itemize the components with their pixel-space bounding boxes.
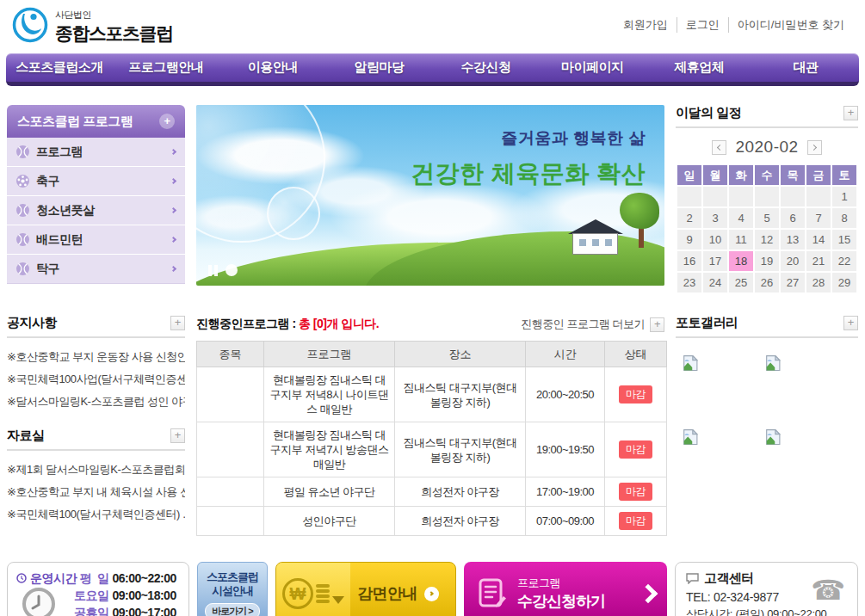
notice-link[interactable]: ※호산중학교 부지 운동장 사용 신청안내 <box>7 346 185 368</box>
calendar-plus-icon[interactable]: + <box>843 106 858 120</box>
programs-more-label: 진행중인 프로그램 더보기 <box>521 317 645 332</box>
facility-go-link[interactable]: 바로가기 > <box>205 603 259 616</box>
notice-link[interactable]: ※달서스마일링K-스포츠클럽 성인 야구… <box>7 391 185 413</box>
chevron-right-icon <box>170 207 176 213</box>
broken-image-icon[interactable] <box>683 429 698 445</box>
nav-program-guide[interactable]: 프로그램안내 <box>113 59 219 76</box>
won-coin-icon: ₩ <box>282 578 313 609</box>
programs-table: 종목 프로그램 장소 시간 상태 현대볼링장 짐내스틱 대구지부 저녁8시 나이… <box>196 341 667 536</box>
calendar-day[interactable]: 26 <box>755 273 779 293</box>
calendar-day[interactable]: 5 <box>755 208 779 228</box>
calendar-day[interactable]: 14 <box>806 230 831 249</box>
calendar-day[interactable]: 7 <box>806 208 831 228</box>
calendar-grid: 일 월 화 수 목 금 토 1 2 3 4 5 <box>676 163 858 294</box>
sidebar-item-label: 탁구 <box>36 262 59 277</box>
cell-time: 07:00~09:00 <box>526 507 605 536</box>
calendar-day[interactable]: 19 <box>755 251 779 271</box>
site-logo[interactable]: 사단법인 종합스포츠클럽 <box>12 7 173 46</box>
calendar-day[interactable]: 3 <box>703 208 727 228</box>
chevron-right-icon <box>170 266 176 272</box>
down-arrow-icon <box>332 596 344 604</box>
cell-status: 마감 <box>605 367 667 422</box>
sidebar-item-program[interactable]: 프로그램 <box>7 138 185 167</box>
calendar-day[interactable]: 1 <box>832 187 856 206</box>
hours-label: 운영시간 <box>30 571 77 585</box>
sidebar-item-table-tennis[interactable]: 탁구 <box>7 255 185 284</box>
facility-guide-button[interactable]: 스포츠클럽 시설안내 바로가기 > <box>197 562 268 616</box>
calendar-day[interactable]: 13 <box>781 230 805 249</box>
sidebar-item-label: 배드민턴 <box>36 232 83 248</box>
nav-club-intro[interactable]: 스포츠클럽소개 <box>6 59 113 76</box>
nav-usage-guide[interactable]: 이용안내 <box>219 59 326 76</box>
cell-program[interactable]: 평일 유소년 야구단 <box>264 477 395 507</box>
banner-slogan-2: 건강한 체육문화 확산 <box>411 157 646 190</box>
notice-link[interactable]: ※국민체력100사업(달서구체력인증센… <box>7 368 185 391</box>
archive-link[interactable]: ※국민체력100(달서구체력인증센터) … <box>7 503 185 526</box>
calendar-day[interactable]: 17 <box>703 251 727 271</box>
pause-icon[interactable] <box>208 265 218 276</box>
calendar-day[interactable]: 9 <box>677 230 701 249</box>
calendar-day[interactable]: 27 <box>781 273 805 293</box>
chevron-right-icon <box>639 584 658 604</box>
table-row: 현대볼링장 짐내스틱 대구지부 저녁7시 방송댄스 매일반 짐내스틱 대구지부(… <box>197 422 667 477</box>
find-id-password-link[interactable]: 아이디/비밀번호 찾기 <box>728 17 853 33</box>
sidebar-item-youth-futsal[interactable]: 청소년풋살 <box>7 196 185 225</box>
programs-more-link[interactable]: 진행중인 프로그램 더보기 + <box>521 317 664 332</box>
calendar-day <box>781 187 805 206</box>
nav-partners[interactable]: 제휴업체 <box>646 59 752 76</box>
cell-program[interactable]: 현대볼링장 짐내스틱 대구지부 저녁8시 나이트댄스 매일반 <box>264 367 395 422</box>
logo-icon <box>12 7 48 46</box>
sidebar-item-badminton[interactable]: 배드민턴 <box>7 225 185 255</box>
nav-my-page[interactable]: 마이페이지 <box>539 59 646 76</box>
archive-link[interactable]: ※호산중학교 부지 내 체육시설 사용 신… <box>7 481 185 503</box>
broken-image-icon[interactable] <box>683 355 698 371</box>
notice-widget: 공지사항 + ※호산중학교 부지 운동장 사용 신청안내 ※국민체력100사업(… <box>7 315 185 413</box>
sidebar-item-soccer[interactable]: 축구 <box>7 167 185 196</box>
sidebar-plus-icon[interactable]: + <box>159 114 175 129</box>
nav-notice-board[interactable]: 알림마당 <box>326 59 433 76</box>
calendar-day[interactable]: 4 <box>729 208 753 228</box>
programs-more-plus-icon[interactable]: + <box>650 317 664 332</box>
cell-time: 20:00~20:50 <box>526 367 605 422</box>
calendar-day[interactable]: 2 <box>677 208 701 228</box>
archive-link[interactable]: ※제1회 달서스마일링K-스포츠클럽회… <box>7 459 185 481</box>
calendar-day[interactable]: 22 <box>832 251 856 271</box>
day-header: 화 <box>729 165 753 185</box>
cell-status: 마감 <box>605 422 667 477</box>
broken-image-icon[interactable] <box>765 355 781 371</box>
gallery-plus-icon[interactable]: + <box>843 316 858 330</box>
cell-program[interactable]: 성인야구단 <box>264 507 395 536</box>
calendar-day[interactable]: 24 <box>703 273 727 293</box>
next-month-button[interactable] <box>807 140 822 155</box>
cell-program[interactable]: 현대볼링장 짐내스틱 대구지부 저녁7시 방송댄스 매일반 <box>264 422 395 477</box>
calendar-day[interactable]: 16 <box>677 251 701 271</box>
calendar-day[interactable]: 23 <box>677 273 701 293</box>
program-apply-button[interactable]: 프로그램 수강신청하기 <box>464 562 667 616</box>
broken-image-icon[interactable] <box>765 429 781 445</box>
calendar-day[interactable]: 25 <box>729 273 753 293</box>
archive-plus-icon[interactable]: + <box>170 428 185 443</box>
nav-enrollment[interactable]: 수강신청 <box>433 59 540 76</box>
archive-title: 자료실 <box>7 428 45 444</box>
status-badge: 마감 <box>619 512 652 530</box>
calendar-day[interactable]: 29 <box>832 273 856 293</box>
calendar-day-highlighted[interactable]: 18 <box>729 251 753 271</box>
calendar-day[interactable]: 20 <box>781 251 805 271</box>
calendar-day[interactable]: 12 <box>755 230 779 249</box>
clipboard-pencil-icon <box>478 578 507 609</box>
login-link[interactable]: 로그인 <box>677 17 728 33</box>
calendar-day[interactable]: 10 <box>703 230 727 249</box>
calendar-day[interactable]: 8 <box>832 208 856 228</box>
calendar-day[interactable]: 6 <box>781 208 805 228</box>
calendar-day[interactable]: 15 <box>832 230 856 249</box>
discount-guide-button[interactable]: ₩ 감면안내 <box>275 562 456 616</box>
prev-month-button[interactable] <box>712 140 726 155</box>
calendar-day[interactable]: 21 <box>806 251 831 271</box>
slide-indicator-dot[interactable] <box>226 264 238 276</box>
join-link[interactable]: 회원가입 <box>615 17 677 33</box>
nav-rental[interactable]: 대관 <box>752 59 859 76</box>
calendar-day[interactable]: 28 <box>806 273 831 293</box>
notice-plus-icon[interactable]: + <box>170 316 185 330</box>
bubble-decoration <box>267 187 320 240</box>
calendar-day[interactable]: 11 <box>729 230 753 249</box>
